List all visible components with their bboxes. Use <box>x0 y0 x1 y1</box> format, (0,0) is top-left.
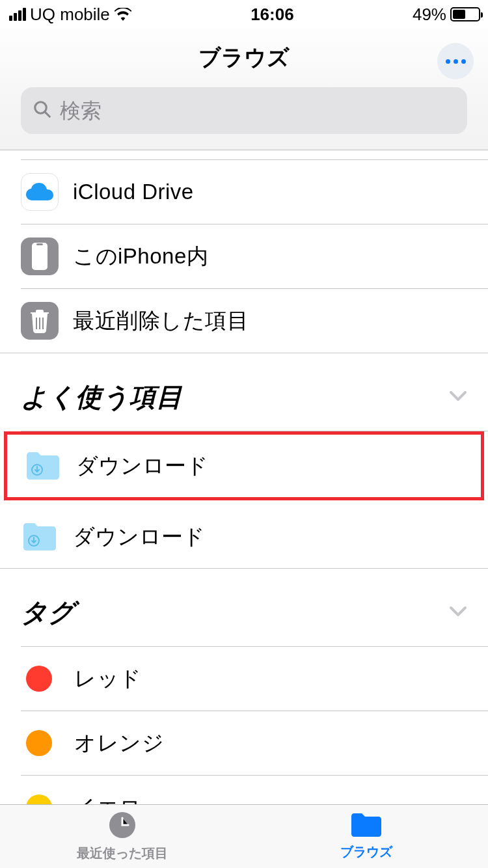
tab-recents[interactable]: 最近使った項目 <box>0 805 244 868</box>
section-header-favorites[interactable]: よく使う項目 <box>0 353 488 431</box>
icloud-icon <box>21 173 59 211</box>
svg-rect-4 <box>36 243 43 245</box>
section-title: よく使う項目 <box>21 379 183 415</box>
favorite-downloads-1[interactable]: ダウンロード <box>7 435 481 497</box>
carrier-label: UQ mobile <box>30 5 110 25</box>
clock-icon <box>108 811 137 842</box>
wifi-icon <box>114 8 132 21</box>
downloads-folder-icon <box>21 518 59 556</box>
battery-icon <box>450 7 480 21</box>
svg-rect-3 <box>33 244 46 269</box>
content-scroll[interactable]: iCloud Drive このiPhone内 最近削除した項目 よく使う項目 ダ… <box>0 150 488 805</box>
annotation-highlight: ダウンロード <box>4 431 484 500</box>
location-icloud-drive[interactable]: iCloud Drive <box>0 160 488 224</box>
tag-color-dot <box>26 794 52 805</box>
navigation-bar: ブラウズ <box>0 29 488 87</box>
tag-orange[interactable]: オレンジ <box>0 711 488 775</box>
tab-label: ブラウズ <box>340 843 392 861</box>
tag-color-dot <box>26 666 52 692</box>
battery-fill <box>453 10 465 19</box>
more-options-button[interactable] <box>437 43 474 79</box>
location-on-iphone[interactable]: このiPhone内 <box>0 224 488 288</box>
status-right: 49% <box>413 5 480 25</box>
location-label: 最近削除した項目 <box>73 306 249 336</box>
page-title: ブラウズ <box>198 43 290 73</box>
tag-label: レッド <box>74 664 142 694</box>
status-left: UQ mobile <box>9 5 132 25</box>
status-time: 16:06 <box>251 5 294 25</box>
favorite-downloads-2[interactable]: ダウンロード <box>0 506 488 568</box>
svg-line-1 <box>45 112 49 116</box>
tab-bar: 最近使った項目 ブラウズ <box>0 804 488 868</box>
ellipsis-icon <box>446 59 450 64</box>
status-bar: UQ mobile 16:06 49% <box>0 0 488 29</box>
tag-color-dot <box>26 730 52 756</box>
tab-label: 最近使った項目 <box>77 845 168 862</box>
iphone-icon <box>21 237 59 275</box>
tab-browse[interactable]: ブラウズ <box>244 805 488 868</box>
downloads-folder-icon <box>24 447 62 485</box>
favorite-label: ダウンロード <box>76 452 208 481</box>
location-recently-deleted[interactable]: 最近削除した項目 <box>0 289 488 353</box>
search-icon <box>33 100 52 122</box>
tag-yellow[interactable]: イエロー <box>0 776 488 805</box>
tag-label: イエロー <box>74 793 163 806</box>
battery-percent: 49% <box>413 5 446 25</box>
trash-icon <box>21 302 59 340</box>
chevron-down-icon <box>449 606 467 620</box>
search-field[interactable] <box>21 87 467 134</box>
location-label: このiPhone内 <box>73 242 208 271</box>
search-container <box>0 87 488 150</box>
location-label: iCloud Drive <box>73 180 194 204</box>
section-header-tags[interactable]: タグ <box>0 569 488 646</box>
chevron-down-icon <box>449 390 467 405</box>
tag-red[interactable]: レッド <box>0 647 488 711</box>
section-title: タグ <box>21 595 75 631</box>
tag-label: オレンジ <box>74 729 164 758</box>
folder-icon <box>349 812 383 841</box>
search-input[interactable] <box>60 99 455 123</box>
favorite-label: ダウンロード <box>73 522 205 552</box>
signal-bars-icon <box>9 8 26 21</box>
